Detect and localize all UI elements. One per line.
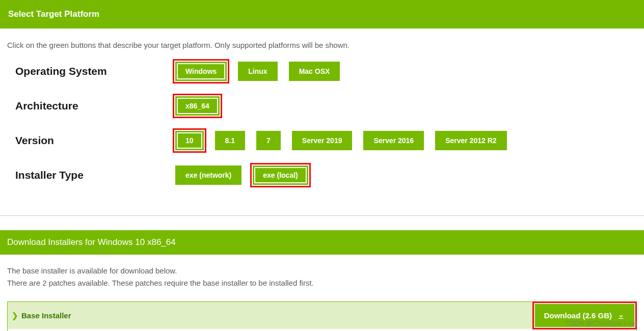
version-option-button[interactable]: 8.1: [215, 131, 245, 150]
row-architecture: Architecture x86_64: [15, 94, 644, 118]
base-installer-left: ❯ Base Installer: [8, 311, 71, 320]
installer-option-button[interactable]: exe (network): [175, 166, 242, 185]
base-installer-label: Base Installer: [21, 311, 71, 320]
version-option-wrap: Server 2012 R2: [433, 129, 508, 152]
chevron-right-icon: ❯: [12, 311, 18, 320]
architecture-option-button[interactable]: x86_64: [175, 96, 220, 116]
download-section-title: Download Installers for Windows 10 x86_6…: [7, 237, 176, 247]
download-notes: The base installer is available for down…: [0, 255, 644, 296]
download-button-wrap: Download (2.6 GB): [533, 302, 636, 329]
section-title: Select Target Platform: [8, 9, 99, 19]
download-section-header: Download Installers for Windows 10 x86_6…: [0, 230, 644, 255]
version-option-wrap: 7: [254, 129, 283, 152]
version-option-button[interactable]: Server 2019: [292, 131, 353, 150]
version-option-button[interactable]: 10: [175, 131, 204, 150]
row-label-version: Version: [15, 134, 173, 147]
row-installer-type: Installer Type exe (network)exe (local): [15, 163, 644, 187]
download-button[interactable]: Download (2.6 GB): [535, 304, 634, 327]
installer-option-button[interactable]: exe (local): [253, 166, 308, 185]
os-option-button[interactable]: Windows: [175, 62, 227, 81]
instructions-text: Click on the green buttons that describe…: [0, 29, 644, 60]
architecture-option-wrap: x86_64: [173, 94, 222, 118]
os-option-wrap: Mac OSX: [287, 60, 342, 83]
installer-options: exe (network)exe (local): [173, 163, 310, 187]
row-os: Operating System WindowsLinuxMac OSX: [15, 60, 644, 83]
row-label-installer: Installer Type: [15, 169, 173, 181]
version-option-wrap: Server 2019: [290, 129, 355, 152]
download-section: Download Installers for Windows 10 x86_6…: [0, 215, 644, 331]
os-option-button[interactable]: Mac OSX: [289, 62, 340, 81]
os-options: WindowsLinuxMac OSX: [173, 60, 342, 83]
version-option-button[interactable]: Server 2016: [363, 131, 424, 150]
os-option-wrap: Linux: [236, 60, 279, 83]
download-note-2: There are 2 patches available. These pat…: [7, 277, 644, 289]
section-header: Select Target Platform: [0, 0, 644, 29]
architecture-options: x86_64: [173, 94, 222, 118]
base-installer-header[interactable]: ❯ Base Installer Download (2.6 GB): [8, 302, 636, 329]
version-options: 108.17Server 2019Server 2016Server 2012 …: [173, 129, 509, 152]
version-option-wrap: 10: [173, 129, 206, 152]
selector-rows: Operating System WindowsLinuxMac OSX Arc…: [0, 60, 644, 213]
version-option-button[interactable]: 7: [256, 131, 281, 150]
download-note-1: The base installer is available for down…: [7, 265, 644, 277]
download-icon: [617, 312, 625, 320]
row-label-architecture: Architecture: [15, 100, 173, 112]
installer-option-wrap: exe (local): [251, 163, 310, 187]
os-option-wrap: Windows: [173, 60, 229, 83]
row-label-os: Operating System: [15, 65, 173, 77]
os-option-button[interactable]: Linux: [238, 62, 277, 81]
download-button-label: Download (2.6 GB): [544, 311, 612, 320]
version-option-wrap: 8.1: [213, 129, 247, 152]
row-version: Version 108.17Server 2019Server 2016Serv…: [15, 129, 644, 152]
installer-option-wrap: exe (network): [173, 163, 244, 187]
version-option-wrap: Server 2016: [361, 129, 426, 152]
version-option-button[interactable]: Server 2012 R2: [435, 131, 506, 150]
installation-instructions-label: Installation Instructions:: [8, 329, 636, 331]
base-installer-block: ❯ Base Installer Download (2.6 GB) Insta…: [7, 301, 637, 331]
